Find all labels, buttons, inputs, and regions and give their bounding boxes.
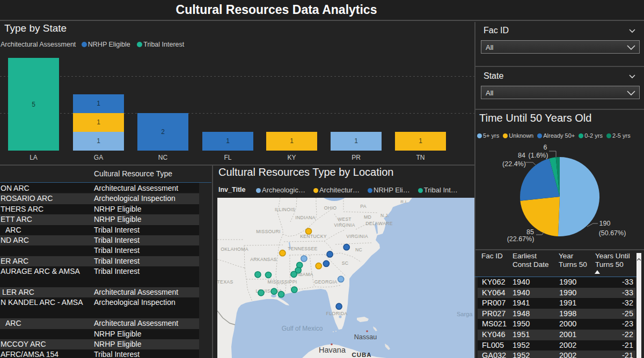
svg-text:ARKANSAS: ARKANSAS <box>250 257 277 262</box>
svg-text:TENNESSEE: TENNESSEE <box>288 246 317 251</box>
svg-text:CUBA: CUBA <box>352 352 371 358</box>
svg-text:Gulf of Mexico: Gulf of Mexico <box>282 325 323 332</box>
svg-text:(22.67%): (22.67%) <box>507 235 535 243</box>
svg-text:85: 85 <box>526 228 534 236</box>
svg-text:84: 84 <box>518 152 525 159</box>
svg-text:OKLAHOMA: OKLAHOMA <box>221 247 248 252</box>
svg-text:Nassau: Nassau <box>354 333 377 341</box>
svg-text:N.J.: N.J. <box>380 213 389 218</box>
svg-text:MISSISSIPPI: MISSISSIPPI <box>268 279 297 285</box>
svg-text:WEST: WEST <box>338 217 351 222</box>
svg-text:INDIANA: INDIANA <box>295 215 315 220</box>
svg-text:VIRGINIA: VIRGINIA <box>346 234 368 239</box>
svg-text:6: 6 <box>544 144 547 151</box>
svg-text:(50.67%): (50.67%) <box>599 229 626 237</box>
svg-text:MD: MD <box>364 214 371 220</box>
svg-text:NC: NC <box>355 247 362 252</box>
svg-text:190: 190 <box>599 220 611 227</box>
svg-text:DELAWARE: DELAWARE <box>365 221 393 226</box>
svg-text:(22.4%): (22.4%) <box>502 160 526 168</box>
svg-text:TEXAS: TEXAS <box>217 279 233 285</box>
svg-text:GEORGIA: GEORGIA <box>314 279 338 285</box>
svg-text:Sarga: Sarga <box>457 311 473 317</box>
svg-text:PA: PA <box>360 204 367 209</box>
svg-text:(1.6%): (1.6%) <box>529 152 548 159</box>
svg-text:OHIO: OHIO <box>324 205 336 211</box>
svg-text:Havana: Havana <box>319 346 346 354</box>
svg-text:KENTUCKY: KENTUCKY <box>300 234 327 239</box>
svg-text:SC: SC <box>342 260 349 266</box>
svg-text:R.I.: R.I. <box>400 199 408 204</box>
svg-text:ILLINOIS: ILLINOIS <box>275 207 295 212</box>
svg-text:FLORIDA: FLORIDA <box>326 311 348 316</box>
svg-text:MISSOURI: MISSOURI <box>256 229 280 234</box>
svg-text:VIRGINIA: VIRGINIA <box>334 222 355 228</box>
